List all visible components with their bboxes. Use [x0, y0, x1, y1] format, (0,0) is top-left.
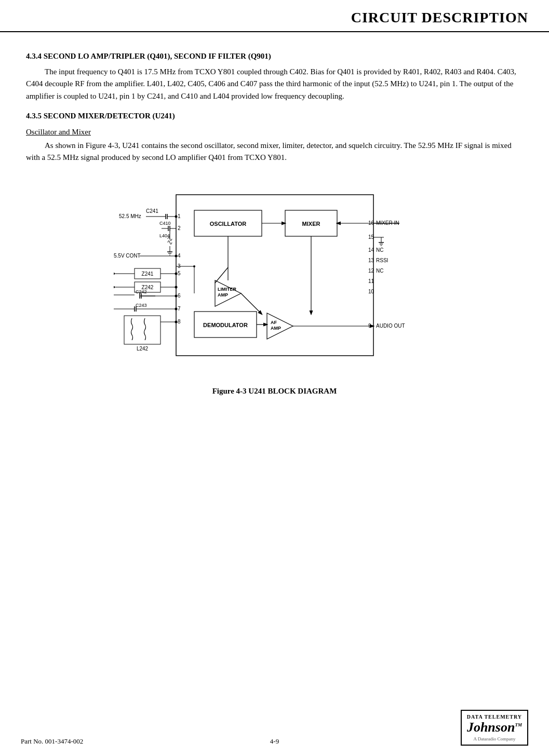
pin7-label: 7 [178, 306, 181, 312]
pin12-label: 12 [368, 268, 374, 274]
pin9-label: 9 [368, 323, 371, 329]
svg-text:AMP: AMP [218, 292, 228, 298]
svg-line-7 [241, 293, 262, 314]
logo-subtitle: A Dataradio Company [473, 736, 515, 741]
pin15-label: 15 [368, 234, 374, 240]
l404-label: L404 [159, 233, 170, 238]
section-4-3-4-heading: 4.3.4 SECOND LO AMP/TRIPLER (Q401), SECO… [26, 52, 523, 61]
rssi-label: RSSI [376, 258, 388, 263]
pin1-label: 1 [178, 213, 181, 219]
svg-rect-0 [176, 195, 373, 356]
main-content: 4.3.4 SECOND LO AMP/TRIPLER (Q401), SECO… [0, 32, 549, 416]
footer-page-number: 4-9 [270, 737, 279, 746]
oscillator-label: OSCILLATOR [209, 221, 246, 227]
svg-point-32 [175, 255, 177, 258]
svg-point-40 [175, 273, 177, 275]
pin6-label: 6 [178, 293, 181, 299]
pin8-label: 8 [178, 319, 181, 325]
section-4-3-5-text: As shown in Figure 4-3, U241 contains th… [26, 140, 523, 164]
pin10-label: 10 [368, 289, 374, 294]
svg-point-45 [175, 286, 177, 289]
page-number-text: 4-9 [270, 737, 279, 745]
z241-label: Z241 [141, 271, 153, 277]
svg-line-14 [215, 267, 228, 283]
section-4-3-4-text: The input frequency to Q401 is 17.5 MHz … [26, 66, 523, 102]
section-4-3-4: 4.3.4 SECOND LO AMP/TRIPLER (Q401), SECO… [26, 52, 523, 102]
pin4-label: 4 [178, 253, 181, 259]
diagram-container: OSCILLATOR MIXER LIMITER AMP DEMODULATOR… [26, 179, 523, 376]
audio-out-label: AUDIO OUT [376, 323, 405, 329]
logo-box: DATA TELEMETRY JohnsonTM A Dataradio Com… [461, 710, 528, 746]
figure-caption: Figure 4-3 U241 BLOCK DIAGRAM [26, 387, 523, 396]
c243-label: C243 [136, 303, 147, 308]
svg-point-60 [175, 321, 177, 323]
page-footer: Part No. 001-3474-002 4-9 DATA TELEMETRY… [0, 710, 549, 746]
nc2-label: NC [376, 268, 383, 274]
footer-logo: DATA TELEMETRY JohnsonTM A Dataradio Com… [461, 710, 528, 746]
pin2-label: 2 [178, 225, 181, 231]
pin11-label: 11 [368, 278, 374, 284]
pin3-label: 3 [178, 263, 181, 269]
oscillator-mixer-subheading: Oscillator and Mixer [26, 128, 523, 137]
section-4-3-5: 4.3.5 SECOND MIXER/DETECTOR (U241) Oscil… [26, 112, 523, 164]
svg-point-52 [175, 295, 177, 298]
freq-input-label: 52.5 MHz [119, 213, 141, 219]
c410-label: C410 [159, 221, 171, 226]
page-title: CIRCUIT DESCRIPTION [21, 9, 528, 26]
svg-point-20 [175, 215, 177, 218]
svg-text:AMP: AMP [271, 326, 281, 331]
l242-label: L242 [136, 346, 148, 352]
section-4-3-5-heading: 4.3.5 SECOND MIXER/DETECTOR (U241) [26, 112, 523, 120]
volt-cont-label: 5.5V CONT [114, 253, 141, 259]
svg-point-38 [114, 273, 115, 275]
part-number-text: Part No. 001-3474-002 [21, 737, 83, 745]
logo-data-telemetry: DATA TELEMETRY [467, 714, 522, 720]
nc1-label: NC [376, 247, 383, 253]
svg-rect-58 [124, 316, 160, 344]
demodulator-label: DEMODULATOR [203, 322, 248, 328]
page-header: CIRCUIT DESCRIPTION [0, 0, 549, 32]
pin5-label: 5 [178, 271, 181, 276]
svg-point-57 [175, 308, 177, 310]
mixer-label: MIXER [302, 221, 320, 227]
svg-point-43 [114, 286, 115, 288]
block-diagram-svg: OSCILLATOR MIXER LIMITER AMP DEMODULATOR… [114, 179, 436, 376]
af-amp-label: AF [271, 320, 277, 325]
pin14-label: 14 [368, 247, 374, 253]
limiter-amp-label: LIMITER [218, 287, 236, 292]
footer-part-number: Part No. 001-3474-002 [21, 737, 83, 746]
logo-johnson-name: JohnsonTM [467, 720, 522, 735]
pin16-label: 16 [368, 220, 374, 226]
c241-label: C241 [146, 208, 158, 214]
pin13-label: 13 [368, 258, 374, 263]
